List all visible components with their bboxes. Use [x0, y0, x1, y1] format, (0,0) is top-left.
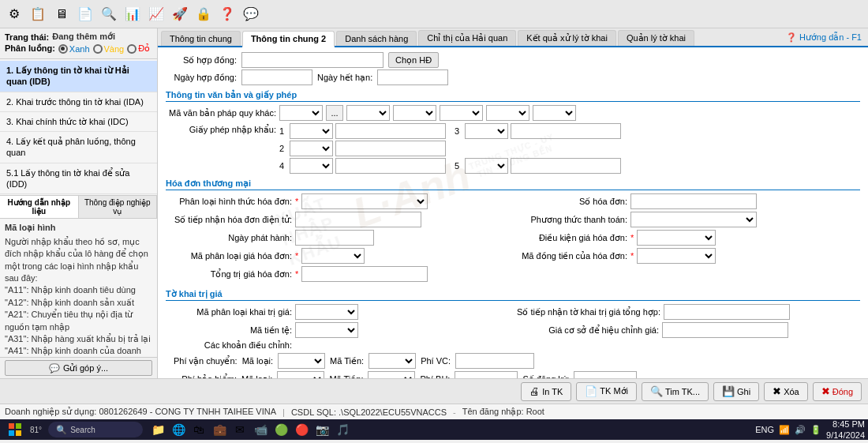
tab-thong-tin-chung[interactable]: Thông tin chung [161, 31, 241, 46]
ma-tien-te-select[interactable] [295, 322, 358, 338]
taskbar-store-icon[interactable]: 🛍 [190, 421, 208, 438]
chart-line-icon[interactable]: 📈 [145, 3, 167, 25]
volume-icon: 🔊 [795, 425, 806, 435]
monitor-icon[interactable]: 🖥 [51, 3, 73, 25]
gui-gop-y-button[interactable]: 💬Gửi góp ý... [5, 360, 152, 376]
tab-chi-thi-hai-quan[interactable]: Chỉ thị của Hải quan [418, 30, 516, 46]
dieu-kien-gia-select[interactable] [637, 230, 716, 246]
taskbar-teams-icon[interactable]: 💼 [211, 421, 228, 438]
settings-icon[interactable]: ⚙ [3, 3, 25, 25]
document-icon[interactable]: 📄 [74, 3, 96, 25]
tab-thong-diep[interactable]: Thông điệp nghiệp vụ [79, 196, 158, 218]
help-f1-link[interactable]: ❓ Hướng dẫn - F1 [786, 32, 862, 43]
ma-dong-tien-hd-select[interactable] [637, 248, 716, 264]
ma-van-ban-select-5[interactable] [486, 105, 529, 121]
sidebar-step-3[interactable]: 3. Khai chính thức tờ khai (IDC) [0, 112, 157, 132]
taskbar-camera-icon[interactable]: 📷 [313, 421, 331, 438]
svg-rect-3 [16, 430, 21, 436]
taskbar-mail-icon[interactable]: ✉ [231, 421, 249, 438]
tab-quan-ly-to-khai[interactable]: Quản lý tờ khai [618, 30, 694, 46]
clipboard-icon[interactable]: 📋 [27, 3, 49, 25]
search-toolbar-icon[interactable]: 🔍 [98, 3, 120, 25]
start-button[interactable] [3, 421, 27, 438]
radio-vang[interactable]: Vàng [93, 44, 125, 54]
sidebar-step-1[interactable]: 1. Lấy thông tin tờ khai từ Hải quan (ID… [0, 61, 157, 92]
giay-phep-select-2a[interactable] [290, 141, 333, 156]
tab-ket-qua-xu-ly[interactable]: Kết quả xử lý tờ khai [518, 30, 616, 46]
ma-van-ban-select-1[interactable] [279, 105, 323, 121]
phi-bh-label: Phí BH: [420, 374, 450, 378]
giay-phep-input-1a[interactable] [335, 123, 446, 139]
ngay-hop-dong-input[interactable] [241, 69, 312, 85]
so-dang-ky-input[interactable] [574, 371, 637, 378]
taskbar-media-icon[interactable]: 🎵 [334, 421, 351, 438]
giay-phep-input-2a[interactable] [335, 141, 446, 156]
ghi-button[interactable]: 💾 Ghi [713, 382, 759, 401]
rocket-icon[interactable]: 🚀 [169, 3, 191, 25]
xoa-button[interactable]: ✖ Xóa [764, 382, 808, 401]
sidebar-step-4[interactable]: 4. Lấy kết quả phân luồng, thông quan [0, 132, 157, 163]
lock-icon[interactable]: 🔒 [193, 3, 215, 25]
ma-tien-bh-select[interactable] [368, 371, 415, 378]
tab-huong-dan[interactable]: Hướng dẫn nhập liệu [0, 196, 79, 218]
taskbar-app1-icon[interactable]: 🟢 [272, 421, 290, 438]
tk-moi-button[interactable]: 📄 TK Mới [576, 382, 637, 401]
so-tiep-nhan-input[interactable] [295, 212, 421, 227]
tab-danh-sach-hang[interactable]: Danh sách hàng [336, 31, 417, 46]
radio-do[interactable]: Đỏ [127, 43, 150, 54]
giay-phep-input-4c[interactable] [511, 158, 621, 174]
chart-bar-icon[interactable]: 📊 [122, 3, 144, 25]
giay-phep-input-1c[interactable] [511, 123, 621, 139]
ma-van-ban-select-6[interactable] [533, 105, 576, 121]
wifi-icon: 📶 [779, 425, 790, 435]
ma-van-ban-select-3[interactable] [393, 105, 436, 121]
phi-van-chuyen-label: Phí vận chuyển: [174, 356, 238, 366]
ma-phan-loai-hd-select[interactable] [301, 248, 365, 264]
ma-van-ban-btn-dots[interactable]: ... [326, 105, 343, 121]
phan-loai-hinh-thuc-select[interactable] [301, 193, 428, 209]
giay-phep-select-1a[interactable] [290, 123, 333, 139]
dong-button[interactable]: ✖ Đóng [813, 382, 862, 401]
sidebar-step-5-1[interactable]: 5.1 Lấy thông tin tờ khai để sửa (IDD) [0, 163, 157, 195]
sidebar: Trang thái: Đang thêm mới Phân luồng: Xa… [0, 28, 158, 378]
phi-bh-input[interactable] [455, 371, 518, 378]
giay-phep-select-4a[interactable] [290, 158, 333, 174]
giay-phep-num-4: 4 [279, 161, 287, 171]
ma-van-ban-select-4[interactable] [440, 105, 483, 121]
help-icon[interactable]: ❓ [216, 3, 238, 25]
tab-thong-tin-chung-2[interactable]: Thông tin chung 2 [242, 31, 335, 47]
ngay-phat-hanh-input[interactable] [295, 230, 374, 246]
ma-tien-vc-select[interactable] [369, 353, 416, 369]
message-icon[interactable]: 💬 [240, 3, 262, 25]
chon-hd-button[interactable]: Chọn HĐ [388, 52, 439, 68]
tong-tri-gia-hd-input[interactable] [301, 266, 428, 282]
ma-phan-loai-tkg-label: Mã phân loại khai trị giá: [166, 307, 292, 317]
so-hop-dong-input[interactable] [241, 52, 383, 68]
ma-phan-loai-tkg-select[interactable] [295, 304, 358, 320]
ma-loai-vc-select[interactable] [278, 353, 325, 369]
taskbar-explorer-icon[interactable]: 📁 [149, 421, 166, 438]
tim-tk-button[interactable]: 🔍 Tim TK... [642, 382, 709, 401]
giay-phep-select-4c[interactable] [465, 158, 508, 174]
ngay-het-han-input[interactable] [377, 69, 448, 85]
so-hoa-don-input[interactable] [630, 193, 757, 209]
so-tiep-nhan-tkg-input[interactable] [664, 304, 790, 320]
ma-van-ban-select-2[interactable] [346, 105, 390, 121]
so-tiep-nhan-tkg-label: Số tiếp nhận tờ khai trị giá tổng hợp: [517, 307, 660, 317]
giay-phep-input-4a[interactable] [335, 158, 446, 174]
in-tk-button[interactable]: 🖨 In TK [521, 382, 571, 401]
ma-loai-bh-select[interactable] [277, 371, 324, 378]
gia-co-so-input[interactable] [662, 322, 788, 338]
taskbar-edge-icon[interactable]: 🌐 [170, 421, 187, 438]
taskbar-app2-icon[interactable]: 🔴 [293, 421, 310, 438]
taskbar-search-bar[interactable]: 🔍 Search [48, 422, 143, 437]
sidebar-step-2[interactable]: 2. Khai trước thông tin tờ khai (IDA) [0, 92, 157, 112]
phi-vc-input[interactable] [455, 353, 534, 369]
phuong-thuc-tt-select[interactable] [630, 212, 757, 227]
radio-xanh[interactable]: Xanh [58, 44, 90, 54]
time-date-display[interactable]: 8:45 PM 9/14/2024 [826, 419, 865, 441]
giay-phep-select-1c[interactable] [465, 123, 508, 139]
section-hoa-don-header: Hóa đơn thương mại [166, 178, 860, 190]
taskbar-zoom-icon[interactable]: 📹 [252, 421, 269, 438]
radio-do-label: Đỏ [138, 43, 150, 54]
